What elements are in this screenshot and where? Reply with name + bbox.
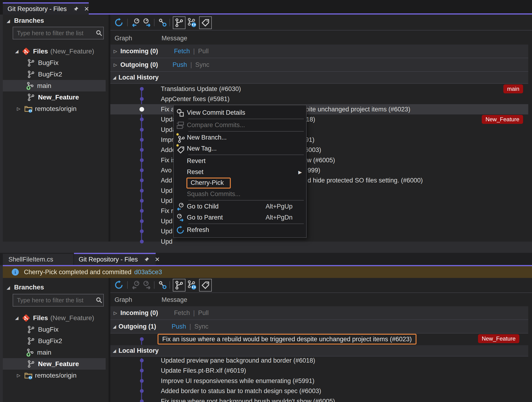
commit-row[interactable]: Added border to status bar to match desi… <box>110 145 528 155</box>
expander-icon[interactable]: ◢ <box>15 316 19 320</box>
menu-item-new-branch[interactable]: New Branch... <box>174 132 306 143</box>
close-icon[interactable]: ✕ <box>84 5 89 13</box>
pin-icon[interactable] <box>73 6 79 12</box>
commit-row[interactable]: Update Files.pt-BR.xlf (#6019) <box>110 365 528 376</box>
view-as-graph-button[interactable] <box>157 17 168 28</box>
commit-row[interactable]: Updated preview pane background and bord… <box>110 114 528 124</box>
show-tags-toggle[interactable] <box>199 16 212 29</box>
fetch-link[interactable]: Fetch <box>174 48 190 55</box>
commit-row-selected[interactable]: Fix an issue where a rebuild would be tr… <box>110 104 528 114</box>
local-history-section[interactable]: ◢ Local History <box>110 345 528 357</box>
incoming-section[interactable]: ▷ Incoming (0) Fetch | Pull <box>110 306 528 320</box>
commit-dot-icon <box>140 148 144 152</box>
pin-icon[interactable] <box>143 257 150 263</box>
menu-item-cherry-pick[interactable]: Cherry-Pick <box>174 178 306 189</box>
branches-expander-icon[interactable]: ◢ <box>6 285 10 290</box>
commit-row[interactable]: Translations Update (#6030) <box>110 84 528 94</box>
branch-filter-box[interactable] <box>13 294 104 307</box>
commit-row[interactable]: AppCenter fixes (#5981) <box>110 94 528 104</box>
commit-row[interactable]: Update Files.pt-BR.xlf (#6019) <box>110 124 528 135</box>
infobar-commit-hash-link[interactable]: d03a5ce3 <box>134 269 162 276</box>
expander-icon[interactable]: ◢ <box>113 348 116 353</box>
go-to-parent-button[interactable] <box>142 17 152 28</box>
show-remote-branches-toggle[interactable] <box>186 280 197 290</box>
go-to-child-button-disabled[interactable] <box>131 280 141 290</box>
tree-item-bugfix[interactable]: BugFix <box>3 57 106 68</box>
branch-filter-input[interactable] <box>13 30 95 37</box>
outgoing-commit-row[interactable]: Fix an issue where a rebuild would be tr… <box>110 334 528 345</box>
refresh-button[interactable] <box>114 280 124 290</box>
expander-icon[interactable]: ▷ <box>114 63 117 67</box>
commit-row[interactable]: Upd <box>110 216 528 226</box>
menu-item-refresh[interactable]: Refresh <box>174 224 306 235</box>
local-history-section[interactable]: ◢ Local History <box>110 72 528 84</box>
commit-row[interactable]: Added border to status bar to match desi… <box>110 386 528 396</box>
show-local-branches-toggle[interactable] <box>173 16 185 29</box>
tree-item-remotes-origin[interactable]: ▷ remotes/origin <box>3 370 106 381</box>
menu-item-reset[interactable]: Reset ▶ <box>174 167 306 178</box>
expander-icon[interactable]: ▷ <box>17 373 20 377</box>
sync-link[interactable]: Sync <box>195 61 209 68</box>
incoming-section[interactable]: ▷ Incoming (0) Fetch | Pull <box>110 44 528 58</box>
tab-git-repository-bottom[interactable]: Git Repository - Files ✕ <box>74 253 156 265</box>
commit-row[interactable]: Addd hide protected SO files setting. (#… <box>110 175 528 186</box>
splitter[interactable] <box>108 278 110 402</box>
expander-icon[interactable]: ▷ <box>17 106 20 111</box>
commit-row[interactable]: Fix r <box>110 206 528 216</box>
tree-item-remotes-origin[interactable]: ▷ remotes/origin <box>3 103 106 114</box>
tab-git-repository-top[interactable]: Git Repository - Files ✕ <box>3 2 89 15</box>
menu-item-go-to-parent[interactable]: Go to Parent Alt+PgDn <box>174 212 306 223</box>
branches-expander-icon[interactable]: ◢ <box>6 19 10 23</box>
go-to-parent-button-disabled[interactable] <box>142 280 152 290</box>
expander-icon[interactable]: ▷ <box>114 49 117 54</box>
tree-item-main[interactable]: main <box>3 80 106 92</box>
close-icon[interactable]: ✕ <box>155 256 160 263</box>
commit-row[interactable]: Avo999) <box>110 165 528 175</box>
fetch-link[interactable]: Fetch <box>174 309 190 317</box>
push-link[interactable]: Push <box>172 61 187 68</box>
sync-link[interactable]: Sync <box>194 323 209 330</box>
refresh-button[interactable] <box>114 17 124 28</box>
commit-row[interactable]: Upd <box>110 186 528 196</box>
show-local-branches-toggle[interactable] <box>173 279 185 291</box>
menu-item-squash-commits[interactable]: Squash Commits... <box>174 189 306 200</box>
expander-icon[interactable]: ▷ <box>114 311 117 315</box>
branch-filter-box[interactable] <box>13 27 104 39</box>
pull-link[interactable]: Pull <box>198 48 209 55</box>
show-tags-toggle[interactable] <box>199 279 212 291</box>
commit-row[interactable]: Improve UI responsiveness while enumerat… <box>110 376 528 386</box>
view-as-graph-button[interactable] <box>157 280 168 290</box>
menu-item-revert[interactable]: Revert <box>174 155 306 167</box>
push-link[interactable]: Push <box>172 323 186 330</box>
tree-item-files[interactable]: ◢ Files (New_Feature) <box>3 312 106 324</box>
branch-filter-input[interactable] <box>13 297 95 304</box>
pull-link[interactable]: Pull <box>198 309 209 317</box>
menu-item-go-to-child[interactable]: Go to Child Alt+PgUp <box>174 201 306 212</box>
tree-item-new-feature[interactable]: New_Feature <box>3 358 106 370</box>
splitter[interactable] <box>108 15 110 241</box>
tree-item-new-feature[interactable]: New_Feature <box>3 92 106 103</box>
tree-item-bugfix2[interactable]: BugFix2 <box>3 68 106 80</box>
commit-row[interactable]: Upd <box>110 196 528 206</box>
commit-row[interactable]: Updated preview pane background and bord… <box>110 355 528 366</box>
tab-shellfileitem[interactable]: ShellFileItem.cs <box>3 254 73 265</box>
commit-row[interactable]: Fix issue where root background brush wo… <box>110 155 528 165</box>
expander-icon[interactable]: ◢ <box>113 75 116 80</box>
show-remote-branches-toggle[interactable] <box>186 17 197 28</box>
tree-item-label: New_Feature <box>38 93 79 101</box>
tree-item-files[interactable]: ◢ Files (New_Feature) <box>3 45 106 57</box>
go-to-child-button[interactable] <box>131 17 141 28</box>
tree-item-bugfix2[interactable]: BugFix2 <box>3 335 106 347</box>
menu-item-compare-commits[interactable]: Compare Commits... <box>174 120 306 131</box>
commit-row[interactable]: Upd <box>110 226 528 236</box>
expander-icon[interactable]: ◢ <box>113 324 116 329</box>
tree-item-main[interactable]: main <box>3 347 106 358</box>
menu-item-view-commit-details[interactable]: View Commit Details <box>174 107 306 118</box>
outgoing-section[interactable]: ▷ Outgoing (0) Push | Sync <box>110 58 528 72</box>
commit-row[interactable]: Improve UI responsiveness while enumerat… <box>110 135 528 145</box>
expander-icon[interactable]: ◢ <box>15 49 19 54</box>
menu-item-new-tag[interactable]: New Tag... <box>174 143 306 154</box>
outgoing-section[interactable]: ◢ Outgoing (1) Push | Sync <box>110 320 528 334</box>
tree-item-bugfix[interactable]: BugFix <box>3 324 106 335</box>
commit-row[interactable]: Fix issue where root background brush wo… <box>110 396 528 402</box>
